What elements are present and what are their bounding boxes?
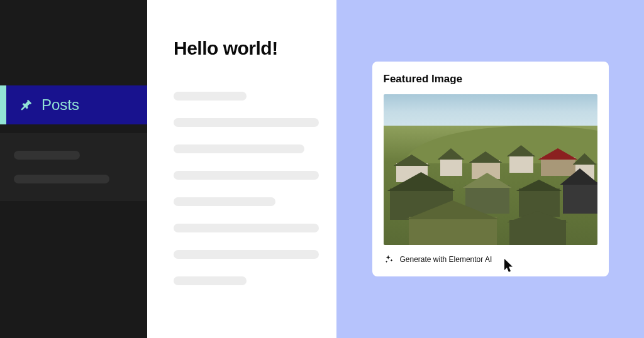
content-placeholder bbox=[174, 197, 275, 206]
sparkle-icon bbox=[385, 255, 394, 264]
content-placeholder bbox=[174, 250, 319, 259]
sidebar-submenu-item[interactable] bbox=[14, 175, 109, 183]
post-title[interactable]: Hello world! bbox=[174, 38, 319, 59]
content-placeholder bbox=[174, 276, 247, 285]
sidebar-item-label: Posts bbox=[42, 96, 79, 114]
generate-ai-label: Generate with Elementor AI bbox=[400, 255, 492, 264]
post-editor: Hello world! bbox=[147, 0, 336, 338]
sidebar-submenu-item[interactable] bbox=[14, 151, 80, 160]
sidebar-item-posts[interactable]: Posts bbox=[0, 85, 147, 124]
content-placeholder bbox=[174, 171, 319, 180]
admin-sidebar: Posts bbox=[0, 0, 147, 338]
featured-image-preview[interactable] bbox=[384, 94, 597, 245]
generate-ai-button[interactable]: Generate with Elementor AI bbox=[384, 255, 597, 264]
pin-icon bbox=[19, 98, 33, 112]
content-placeholder bbox=[174, 224, 319, 232]
content-placeholder bbox=[174, 118, 319, 127]
content-placeholder bbox=[174, 144, 304, 153]
right-panel: Featured Image Generate with Elementor bbox=[336, 0, 644, 338]
content-placeholder bbox=[174, 92, 247, 101]
featured-image-title: Featured Image bbox=[384, 73, 597, 85]
sidebar-submenu bbox=[0, 133, 147, 201]
cursor-icon bbox=[504, 259, 516, 273]
featured-image-card: Featured Image Generate with Elementor bbox=[372, 62, 609, 276]
